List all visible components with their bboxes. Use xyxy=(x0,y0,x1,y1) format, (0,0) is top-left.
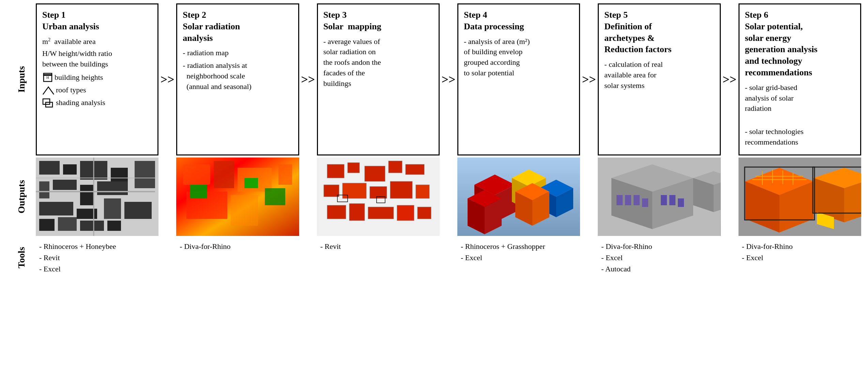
shade-icon xyxy=(42,98,55,108)
arrow3: >> xyxy=(440,3,457,155)
svg-rect-45 xyxy=(390,181,412,198)
output-arrow1 xyxy=(158,158,176,236)
step5-header: Step 5 Definition ofarchetypes &Reductio… xyxy=(604,9,714,55)
svg-rect-37 xyxy=(327,164,344,178)
output3-image xyxy=(317,158,440,236)
svg-rect-39 xyxy=(365,166,385,181)
tool6-cell: - Diva-for-Rhino - Excel xyxy=(738,238,861,266)
building-heights-label: building heights xyxy=(55,72,103,83)
roof-types-label: roof types xyxy=(56,85,86,95)
step2-input1: - radiation map xyxy=(183,48,292,58)
output2-cell xyxy=(176,158,299,236)
svg-rect-13 xyxy=(97,181,128,195)
step3-header: Step 3 Solar mapping xyxy=(323,9,433,32)
output-arrow4 xyxy=(580,158,598,236)
svg-rect-80 xyxy=(678,198,684,207)
svg-rect-38 xyxy=(348,163,360,173)
svg-rect-18 xyxy=(124,202,152,219)
tool4-cell: - Rhinoceros + Grasshopper - Excel xyxy=(457,238,580,266)
tool1-line2: - Revit xyxy=(39,252,155,263)
tool5-line1: - Diva-for-Rhino xyxy=(601,241,717,252)
tool6-line1: - Diva-for-Rhino xyxy=(742,241,858,252)
svg-rect-28 xyxy=(214,161,234,188)
step6-input1: - solar grid-basedanalysis of solarradia… xyxy=(745,83,855,114)
svg-rect-15 xyxy=(39,202,73,215)
svg-rect-76 xyxy=(634,195,640,205)
step6-header: Step 6 Solar potential,solar energygener… xyxy=(745,9,855,78)
svg-rect-50 xyxy=(397,205,414,221)
step4-box: Step 4 Data processing - analysis of are… xyxy=(457,3,580,155)
svg-rect-35 xyxy=(278,164,292,185)
roof-icon xyxy=(42,86,55,95)
step4-title: Data processing xyxy=(464,21,574,32)
svg-rect-3 xyxy=(43,99,50,104)
step1-input-building: H building heights xyxy=(42,72,152,83)
step3-content: - average values ofsolar radiation onthe… xyxy=(323,36,433,89)
step6-number: Step 6 xyxy=(745,10,768,20)
svg-rect-21 xyxy=(80,221,104,231)
svg-rect-48 xyxy=(349,204,365,221)
step1-box: Step 1 Urban analysis m2 available area … xyxy=(36,3,158,155)
output2-image xyxy=(176,158,299,236)
output-arrow2 xyxy=(299,158,317,236)
step1-content: m2 available area H/W height/width ratio… xyxy=(42,36,152,108)
shading-label: shading analysis xyxy=(56,98,105,108)
tool4-line1: - Rhinoceros + Grasshopper xyxy=(461,241,577,252)
output5-image xyxy=(598,158,720,236)
svg-rect-43 xyxy=(342,183,366,198)
step4-number: Step 4 xyxy=(464,10,487,20)
step6-input2: - solar technologiesrecommendations xyxy=(745,126,855,148)
output-arrow5 xyxy=(721,158,738,236)
step5-title: Definition ofarchetypes &Reduction facto… xyxy=(604,21,714,55)
tool1-line3: - Excel xyxy=(39,263,155,274)
svg-rect-41 xyxy=(406,164,424,175)
m2-label: m2 available area xyxy=(42,36,96,47)
step4-header: Step 4 Data processing xyxy=(464,9,574,32)
tools-content-row: - Rhinoceros + Honeybee - Revit - Excel … xyxy=(36,238,861,277)
svg-rect-14 xyxy=(135,161,155,188)
outputs-label: Outputs xyxy=(7,158,36,236)
step2-title: Solar radiationanalysis xyxy=(183,21,292,44)
svg-rect-47 xyxy=(327,205,346,219)
svg-rect-77 xyxy=(642,198,648,207)
step6-title: Solar potential,solar energygeneration a… xyxy=(745,21,855,78)
step3-input1: - average values ofsolar radiation onthe… xyxy=(323,36,433,89)
step6-content: - solar grid-basedanalysis of solarradia… xyxy=(745,83,855,148)
output6-cell xyxy=(738,158,861,236)
svg-rect-20 xyxy=(58,217,77,231)
step1-header: Step 1 Urban analysis xyxy=(42,9,152,32)
tool5-line2: - Excel xyxy=(601,252,717,263)
step4-content: - analysis of area (m²)of building envel… xyxy=(464,36,574,78)
tool3-line1: - Revit xyxy=(320,241,436,252)
output6-image xyxy=(738,158,861,236)
inputs-section: Inputs Step 1 Urban analysis m2 availabl… xyxy=(7,3,861,155)
step4-input1: - analysis of area (m²)of building envel… xyxy=(464,36,574,78)
arrow5: >> xyxy=(721,3,738,155)
arrow1: >> xyxy=(158,3,176,155)
output1-image xyxy=(36,158,158,236)
svg-rect-74 xyxy=(616,195,623,205)
svg-rect-9 xyxy=(111,168,128,181)
svg-rect-10 xyxy=(39,181,49,198)
svg-rect-46 xyxy=(416,185,429,198)
tool2-cell: - Diva-for-Rhino xyxy=(176,238,299,255)
svg-rect-33 xyxy=(244,178,258,188)
step2-number: Step 2 xyxy=(183,10,206,20)
step3-number: Step 3 xyxy=(323,10,347,20)
output4-image xyxy=(457,158,580,236)
step5-content: - calculation of realavailable area fors… xyxy=(604,59,714,91)
output4-cell xyxy=(457,158,580,236)
outputs-images-row xyxy=(36,158,861,236)
building-icon: H xyxy=(42,72,53,83)
data-svg xyxy=(457,158,580,236)
svg-rect-32 xyxy=(190,185,207,198)
step2-header: Step 2 Solar radiationanalysis xyxy=(183,9,292,44)
step2-input2: - radiation analysis at neighborhood sca… xyxy=(183,60,292,92)
tools-label: Tools xyxy=(7,238,36,277)
output1-cell xyxy=(36,158,158,236)
svg-rect-17 xyxy=(104,198,121,219)
step1-number: Step 1 xyxy=(42,10,66,20)
tool2-line1: - Diva-for-Rhino xyxy=(180,241,295,252)
tool5-line3: - Autocad xyxy=(601,263,717,274)
steps-inputs-row: Step 1 Urban analysis m2 available area … xyxy=(36,3,861,155)
